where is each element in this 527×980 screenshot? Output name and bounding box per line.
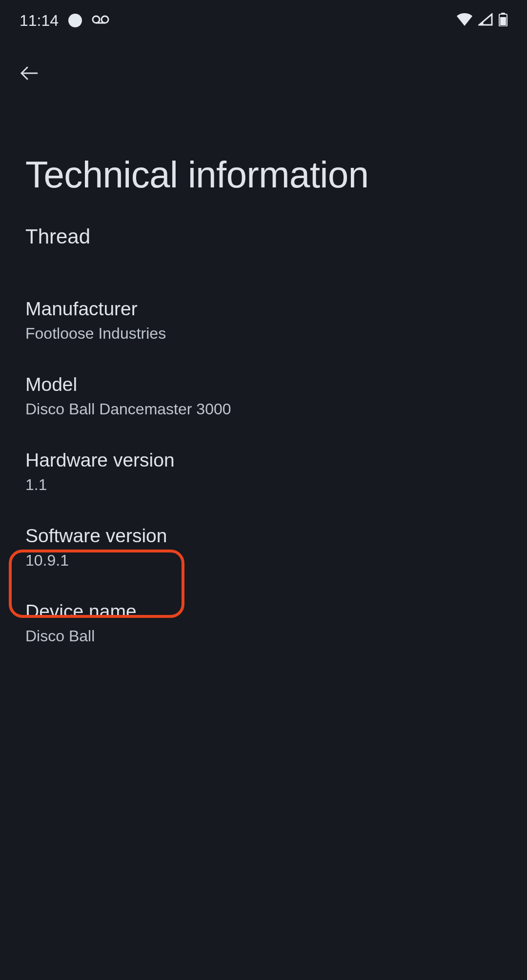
model-label: Model (25, 374, 502, 395)
hardware-version-item[interactable]: Hardware version 1.1 (25, 434, 502, 510)
status-time: 11:14 (20, 12, 59, 30)
hardware-version-value: 1.1 (25, 476, 502, 494)
model-value: Disco Ball Dancemaster 3000 (25, 400, 502, 418)
svg-point-1 (101, 16, 108, 23)
software-version-label: Software version (25, 525, 502, 547)
page-subtitle: Thread (0, 210, 527, 283)
manufacturer-value: Footloose Industries (25, 325, 502, 343)
voicemail-icon (92, 15, 109, 26)
svg-point-0 (93, 16, 100, 23)
app-bar (0, 34, 527, 95)
device-name-item[interactable]: Device name Disco Ball (25, 585, 502, 661)
svg-rect-5 (500, 17, 506, 25)
model-item[interactable]: Model Disco Ball Dancemaster 3000 (25, 358, 502, 434)
software-version-value: 10.9.1 (25, 551, 502, 570)
wifi-icon (457, 13, 472, 28)
info-list: Manufacturer Footloose Industries Model … (0, 283, 527, 661)
battery-icon (499, 13, 507, 28)
manufacturer-label: Manufacturer (25, 298, 502, 320)
software-version-item[interactable]: Software version 10.9.1 (25, 510, 502, 585)
device-name-label: Device name (25, 601, 502, 622)
device-name-value: Disco Ball (25, 627, 502, 645)
page-title: Technical information (0, 95, 527, 210)
cellular-signal-icon (478, 13, 493, 28)
status-bar-left: 11:14 (20, 12, 109, 30)
manufacturer-item[interactable]: Manufacturer Footloose Industries (25, 283, 502, 358)
hardware-version-label: Hardware version (25, 449, 502, 471)
back-arrow-icon[interactable] (20, 76, 39, 84)
status-bar: 11:14 (0, 0, 527, 34)
record-indicator-icon (68, 14, 82, 27)
status-bar-right (457, 13, 507, 28)
